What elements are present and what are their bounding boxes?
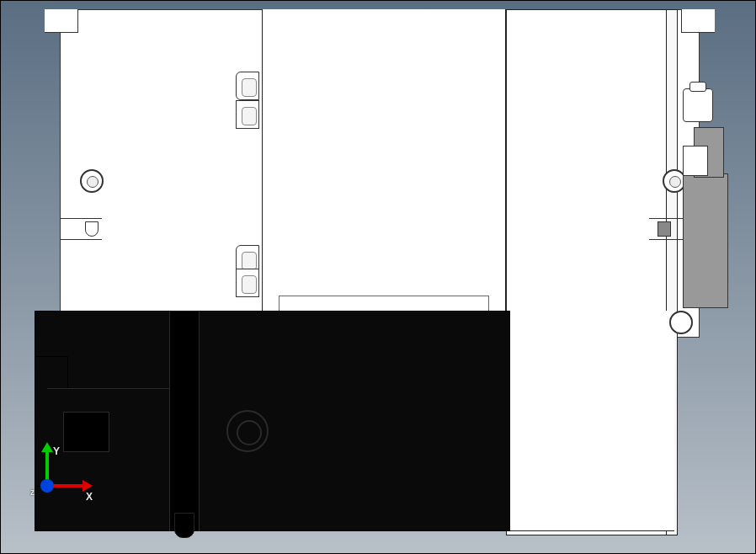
- y-arrow-icon: [41, 442, 53, 452]
- right-connector-cap: [683, 88, 713, 122]
- mounting-bracket: [683, 173, 728, 308]
- boss-upper-b: [236, 100, 259, 129]
- right-column-lower: [506, 311, 674, 531]
- z-axis-icon: [40, 479, 54, 493]
- boss-lower-b: [236, 269, 259, 297]
- motor-cable-gland: [174, 513, 194, 538]
- motor-terminal-box: [63, 412, 109, 452]
- y-axis-label: Y: [53, 445, 60, 457]
- z-axis-label: z: [30, 487, 35, 497]
- housing-tab-right: [681, 9, 715, 33]
- x-axis-label: X: [86, 491, 93, 503]
- right-slot: [658, 221, 671, 237]
- cap-screw-left: [80, 169, 104, 193]
- cad-viewport[interactable]: Y X z: [0, 0, 756, 554]
- motor-shaft-bore: [226, 410, 269, 452]
- boss-upper-a: [236, 72, 259, 100]
- right-connector-tip: [689, 82, 706, 92]
- center-cover-plate: [262, 9, 506, 312]
- housing-tab-left: [45, 9, 78, 33]
- cad-assembly: [35, 9, 725, 535]
- center-cover-lip: [279, 296, 489, 312]
- orientation-triad[interactable]: Y X z: [30, 447, 89, 506]
- left-slot: [85, 221, 98, 237]
- bracket-tab: [683, 146, 708, 176]
- pivot-boss: [669, 311, 693, 334]
- motor-flange-ring: [169, 311, 200, 531]
- x-arrow-icon: [83, 480, 93, 492]
